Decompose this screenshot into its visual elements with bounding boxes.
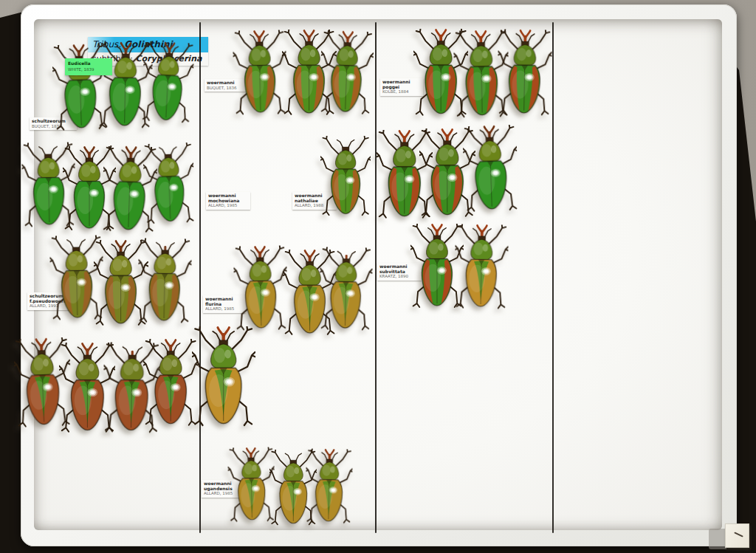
beetle-illustration xyxy=(192,326,255,430)
beetle-illustration xyxy=(454,224,509,312)
foam-block-shadow xyxy=(709,529,726,549)
beetle-specimen xyxy=(137,238,192,326)
column-divider-line xyxy=(199,22,201,533)
beetle-illustration xyxy=(233,30,287,117)
beetle-illustration xyxy=(462,125,519,215)
determination-label: woermannimochowianaALLARD, 1985 xyxy=(206,192,250,210)
beetle-specimen xyxy=(140,41,195,126)
foam-block xyxy=(725,523,749,548)
beetle-illustration xyxy=(143,339,198,429)
beetle-illustration xyxy=(319,247,373,333)
beetle-specimen xyxy=(462,125,519,215)
beetle-illustration xyxy=(140,41,195,126)
beetle-specimen xyxy=(454,224,509,312)
beetle-specimen xyxy=(233,30,287,117)
beetle-illustration xyxy=(497,29,552,118)
beetle-illustration xyxy=(233,245,288,333)
beetle-specimen xyxy=(192,326,255,430)
box-floor: Tribus: Goliathini subtribus: Coryphocer… xyxy=(34,19,722,530)
beetle-illustration xyxy=(305,448,353,526)
genus-name: Eudicella xyxy=(68,61,112,66)
beetle-illustration xyxy=(137,238,192,326)
beetle-specimen xyxy=(233,245,288,333)
beetle-illustration xyxy=(142,142,196,227)
label-author-line: ALLARD, 1985 xyxy=(208,203,248,208)
beetle-specimen xyxy=(143,339,198,429)
genus-author: WHITE, 1839 xyxy=(68,66,112,72)
beetle-illustration xyxy=(320,136,371,219)
beetle-specimen xyxy=(320,136,371,219)
beetle-illustration xyxy=(319,30,374,117)
column-divider-line xyxy=(375,22,377,533)
genus-label: Eudicella WHITE, 1839 xyxy=(65,58,112,75)
column-divider-line xyxy=(552,22,554,533)
beetle-specimen xyxy=(305,448,353,526)
specimen-box-photo: Tribus: Goliathini subtribus: Coryphocer… xyxy=(0,0,756,553)
beetle-specimen xyxy=(497,29,552,118)
beetle-specimen xyxy=(319,247,373,333)
beetle-specimen xyxy=(319,30,374,117)
beetle-specimen xyxy=(142,142,196,227)
pin-icon xyxy=(734,532,743,537)
